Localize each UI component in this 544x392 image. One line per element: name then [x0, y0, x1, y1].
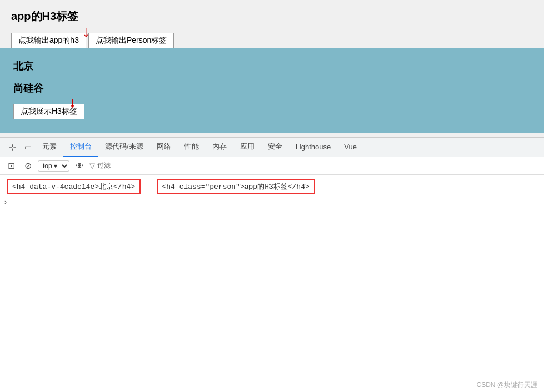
tab-sources[interactable]: 源代码/来源 [98, 137, 150, 157]
app-title: app的H3标签 [11, 9, 533, 24]
console-entry-2: <h4 class="person">app的H3标签</h4> [157, 179, 315, 194]
devtools-inspect-icon[interactable]: ⊹ [4, 139, 20, 155]
tab-memory[interactable]: 内存 [206, 137, 233, 157]
watermark: CSDN @块键行天涯 [476, 380, 537, 390]
tab-lighthouse[interactable]: Lighthouse [289, 137, 338, 157]
tab-performance[interactable]: 性能 [178, 137, 206, 157]
filter-icon: ▽ [89, 162, 95, 170]
console-clear-icon[interactable]: ⊘ [21, 159, 34, 173]
devtools-tab-bar: ⊹ ▭ 元素 控制台 源代码/来源 网络 性能 内存 应用 安全 Lightho… [0, 137, 544, 157]
app-bottom-space [0, 133, 544, 137]
tab-vue[interactable]: Vue [337, 137, 363, 157]
console-entry-1: <h4 data-v-4cadc14e>北京</h4> [7, 179, 141, 194]
arrow-down-icon: ↓ [82, 24, 90, 39]
btn-output-person[interactable]: 点我输出Person标签 [88, 33, 174, 48]
arrow-show-h3-icon: ↓ [69, 94, 76, 111]
devtools-toolbar: ⊡ ⊘ top ▾ 👁 ▽ 过滤 [0, 157, 544, 175]
tab-console[interactable]: 控制台 [63, 137, 98, 157]
person-beijing-h3: 北京 [13, 59, 531, 73]
console-expand-arrow[interactable]: › [0, 196, 544, 208]
tab-application[interactable]: 应用 [233, 137, 261, 157]
tab-network[interactable]: 网络 [150, 137, 178, 157]
filter-label: 过滤 [97, 161, 111, 170]
console-sidebar-toggle-icon[interactable]: ⊡ [4, 159, 18, 173]
app-area: app的H3标签 ↓ 点我输出app的h3 点我输出Person标签 [0, 0, 544, 48]
tab-security[interactable]: 安全 [261, 137, 289, 157]
btn-output-app-h3[interactable]: 点我输出app的h3 [11, 33, 86, 48]
person-shangu-h3: 尚硅谷 [13, 82, 531, 95]
tab-elements[interactable]: 元素 [36, 137, 63, 157]
context-selector[interactable]: top ▾ [38, 160, 69, 172]
filter-bar: ▽ 过滤 [89, 161, 111, 170]
person-panel: 北京 尚硅谷 ↓ 点我展示H3标签 [0, 48, 544, 133]
console-area: <h4 data-v-4cadc14e>北京</h4> <h4 class="p… [0, 175, 544, 392]
console-eye-icon[interactable]: 👁 [73, 159, 86, 173]
devtools-mobile-icon[interactable]: ▭ [20, 139, 36, 155]
